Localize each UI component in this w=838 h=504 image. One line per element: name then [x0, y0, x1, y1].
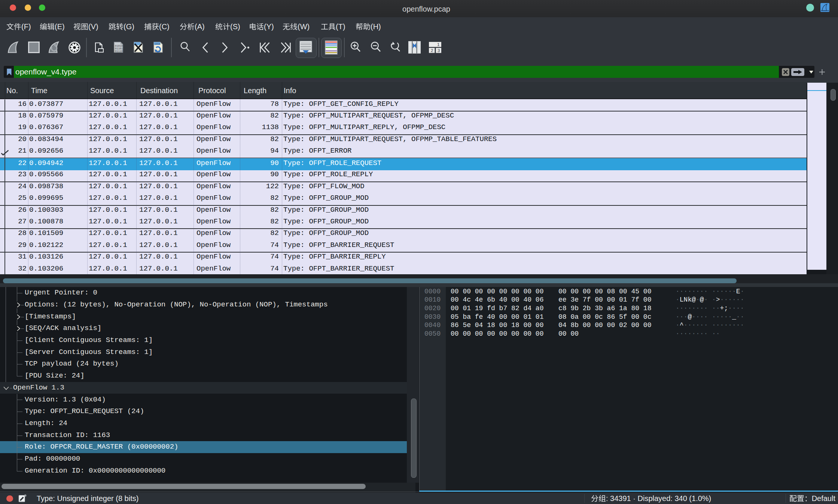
svg-text:1: 1: [437, 42, 439, 47]
svg-text:3: 3: [438, 48, 440, 53]
svg-text:01110: 01110: [115, 50, 123, 53]
svg-text:2: 2: [431, 48, 433, 53]
svg-text:1010: 1010: [155, 43, 161, 46]
